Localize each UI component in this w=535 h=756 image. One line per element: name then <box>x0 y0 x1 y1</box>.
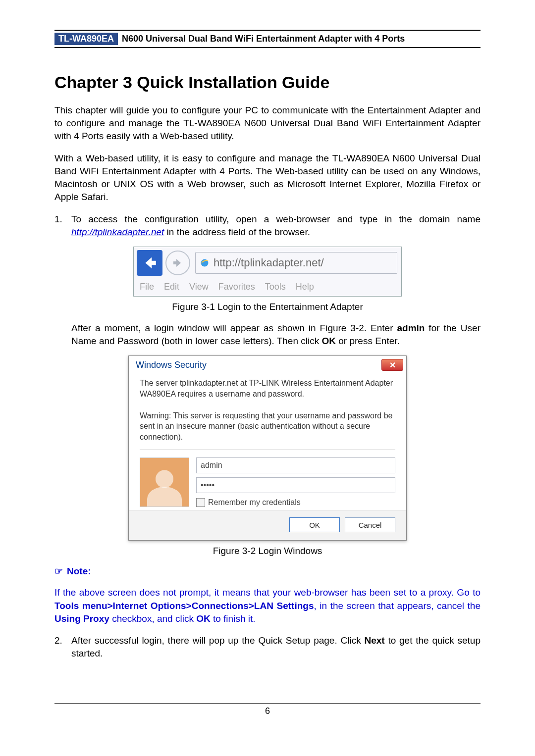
note-heading: ☞ Note: <box>54 565 481 577</box>
login-dialog: Windows Security ✕ The server tplinkadap… <box>128 355 407 541</box>
address-bar-url: http://tplinkadapter.net/ <box>214 256 324 269</box>
close-icon: ✕ <box>389 360 396 370</box>
step-2: 2. After successful login, there will po… <box>54 634 481 660</box>
config-url-link[interactable]: http://tplinkadapter.net <box>71 227 164 237</box>
username-field[interactable]: admin <box>196 457 395 473</box>
password-field[interactable]: ••••• <box>196 477 395 493</box>
step-2-text: After successful login, there will pop u… <box>71 634 481 660</box>
intro-para-2: With a Web-based utility, it is easy to … <box>54 152 481 204</box>
note-body: If the above screen does not prompt, it … <box>54 586 481 625</box>
after-fig1-text: After a moment, a login window will appe… <box>71 322 481 348</box>
step-1-text: To access the configuration utility, ope… <box>71 213 481 239</box>
page-number: 6 <box>54 703 481 716</box>
browser-mockup: http://tplinkadapter.net/ File Edit View… <box>133 247 402 297</box>
step-1-number: 1. <box>54 213 71 239</box>
remember-row[interactable]: Remember my credentials <box>196 498 395 507</box>
ie-icon <box>200 258 210 268</box>
ok-button[interactable]: OK <box>289 517 340 532</box>
dialog-msg-1: The server tplinkadapter.net at TP-LINK … <box>129 373 406 399</box>
menu-tools[interactable]: Tools <box>265 282 286 292</box>
back-button[interactable] <box>137 250 162 276</box>
close-button[interactable]: ✕ <box>381 359 403 371</box>
figure-1-caption: Figure 3-1 Login to the Entertainment Ad… <box>54 302 481 312</box>
figure-1: http://tplinkadapter.net/ File Edit View… <box>54 247 481 297</box>
chapter-title: Chapter 3 Quick Installation Guide <box>54 73 481 92</box>
step-2-number: 2. <box>54 634 71 660</box>
arrow-left-icon <box>141 254 158 271</box>
menu-file[interactable]: File <box>140 282 154 292</box>
page-header: TL-WA890EA N600 Universal Dual Band WiFi… <box>54 30 481 48</box>
dialog-title-text: Windows Security <box>136 360 207 370</box>
remember-checkbox[interactable] <box>196 498 205 507</box>
forward-button[interactable] <box>165 251 190 275</box>
menu-edit[interactable]: Edit <box>164 282 179 292</box>
intro-para-1: This chapter will guide you to configure… <box>54 104 481 143</box>
note-label: Note: <box>67 566 91 577</box>
menu-favorites[interactable]: Favorites <box>218 282 255 292</box>
model-box: TL-WA890EA <box>54 33 118 45</box>
figure-2-caption: Figure 3-2 Login Windows <box>54 546 481 556</box>
menu-view[interactable]: View <box>189 282 209 292</box>
browser-menubar: File Edit View Favorites Tools Help <box>134 281 401 296</box>
pointing-hand-icon: ☞ <box>54 565 63 577</box>
dialog-msg-2: Warning: This server is requesting that … <box>129 405 406 443</box>
step-1: 1. To access the configuration utility, … <box>54 213 481 239</box>
cancel-button[interactable]: Cancel <box>345 517 395 532</box>
product-desc: N600 Universal Dual Band WiFi Entertainm… <box>122 34 405 44</box>
arrow-right-icon <box>172 257 184 269</box>
figure-2: Windows Security ✕ The server tplinkadap… <box>54 355 481 541</box>
address-bar[interactable]: http://tplinkadapter.net/ <box>195 252 397 274</box>
menu-help[interactable]: Help <box>296 282 314 292</box>
avatar <box>140 457 189 507</box>
remember-label: Remember my credentials <box>208 498 301 507</box>
